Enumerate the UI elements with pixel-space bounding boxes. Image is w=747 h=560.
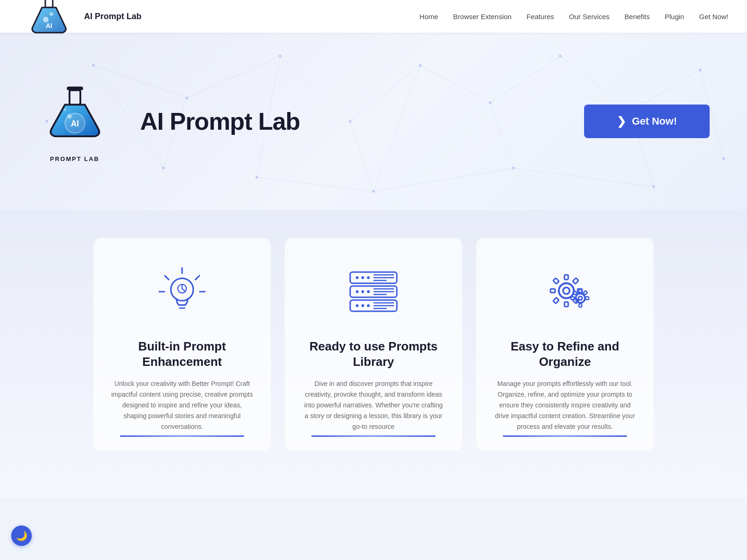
- nav-link-our-services[interactable]: Our Services: [569, 13, 610, 21]
- cta-label: Get Now!: [632, 115, 677, 127]
- svg-point-46: [63, 108, 66, 111]
- database-icon: [343, 261, 404, 322]
- svg-point-79: [559, 283, 574, 298]
- svg-point-59: [356, 276, 359, 279]
- svg-point-67: [361, 290, 364, 293]
- svg-line-49: [196, 276, 199, 280]
- svg-rect-83: [550, 289, 555, 293]
- svg-rect-42: [69, 90, 80, 105]
- svg-line-48: [165, 276, 169, 280]
- card-title-library: Ready to use Prompts Library: [302, 339, 445, 369]
- card-desc-library: Dive in and discover prompts that inspir…: [302, 378, 445, 432]
- get-now-button[interactable]: ❯ Get Now!: [584, 105, 710, 138]
- cta-chevron-icon: ❯: [617, 115, 626, 128]
- svg-point-68: [367, 290, 370, 293]
- hero-content: AI PROMPT LAB AI Prompt Lab ❯ Get Now!: [37, 80, 710, 162]
- nav-link-get-now[interactable]: Get Now!: [699, 13, 728, 21]
- svg-rect-91: [579, 289, 582, 293]
- svg-text:AI: AI: [70, 119, 78, 128]
- nav-link-plugin[interactable]: Plugin: [665, 13, 684, 21]
- svg-rect-1: [45, 0, 53, 7]
- hero-cta: ❯ Get Now!: [584, 105, 710, 138]
- hero-title: AI Prompt Lab: [140, 107, 300, 135]
- svg-point-61: [367, 276, 370, 279]
- svg-point-74: [361, 304, 364, 307]
- svg-line-39: [374, 168, 514, 191]
- svg-point-45: [67, 114, 72, 119]
- svg-rect-93: [571, 297, 574, 300]
- nav-link-home[interactable]: Home: [420, 13, 438, 21]
- nav-links: Home Browser Extension Features Our Serv…: [420, 13, 728, 21]
- card-desc-refine: Manage your prompts effortlessly with ou…: [493, 378, 637, 432]
- svg-point-80: [563, 287, 570, 294]
- card-refine-organize: Easy to Refine and Organize Manage your …: [476, 238, 654, 451]
- nav-link-features[interactable]: Features: [527, 13, 554, 21]
- card-prompts-library: Ready to use Prompts Library Dive in and…: [285, 238, 462, 451]
- svg-point-89: [576, 294, 585, 303]
- svg-rect-92: [579, 304, 582, 307]
- svg-rect-85: [553, 278, 559, 284]
- hero-section: AI PROMPT LAB AI Prompt Lab ❯ Get Now!: [0, 33, 747, 210]
- svg-line-40: [514, 168, 654, 187]
- nav-link-browser-extension[interactable]: Browser Extension: [453, 13, 512, 21]
- hero-logo-block: AI PROMPT LAB: [37, 80, 112, 162]
- navigation: AI AI Prompt Lab Home Browser Extension …: [0, 0, 747, 33]
- svg-point-75: [367, 304, 370, 307]
- nav-logo-icon: AI: [19, 0, 79, 47]
- card-title-enhancement: Built-in Prompt Enhancement: [110, 339, 254, 369]
- lightbulb-icon: [152, 261, 212, 322]
- svg-point-66: [356, 290, 359, 293]
- svg-point-52: [171, 278, 193, 301]
- svg-rect-94: [585, 297, 589, 300]
- svg-point-60: [361, 276, 364, 279]
- card-prompt-enhancement: Built-in Prompt Enhancement Unlock your …: [93, 238, 271, 451]
- cards-section: Built-in Prompt Enhancement Unlock your …: [0, 210, 747, 497]
- svg-rect-81: [564, 275, 568, 280]
- moon-icon: 🌙: [16, 530, 28, 541]
- svg-rect-96: [583, 291, 587, 295]
- svg-point-73: [356, 304, 359, 307]
- nav-brand-label: AI Prompt Lab: [84, 12, 141, 21]
- card-title-refine: Easy to Refine and Organize: [493, 339, 637, 369]
- svg-line-57: [182, 289, 185, 292]
- nav-brand[interactable]: AI AI Prompt Lab: [19, 0, 141, 47]
- dark-mode-toggle[interactable]: 🌙: [11, 525, 32, 546]
- hero-logo-label: PROMPT LAB: [50, 155, 99, 162]
- gears-icon: [535, 261, 595, 322]
- svg-line-38: [257, 177, 374, 191]
- svg-point-3: [49, 12, 53, 16]
- hero-logo-icon: AI: [39, 80, 111, 153]
- nav-link-benefits[interactable]: Benefits: [625, 13, 650, 21]
- svg-point-90: [578, 296, 582, 300]
- svg-rect-82: [564, 302, 568, 307]
- svg-text:AI: AI: [46, 22, 52, 29]
- svg-rect-87: [553, 298, 559, 304]
- card-desc-enhancement: Unlock your creativity with Better Promp…: [110, 378, 254, 432]
- svg-rect-86: [573, 278, 579, 284]
